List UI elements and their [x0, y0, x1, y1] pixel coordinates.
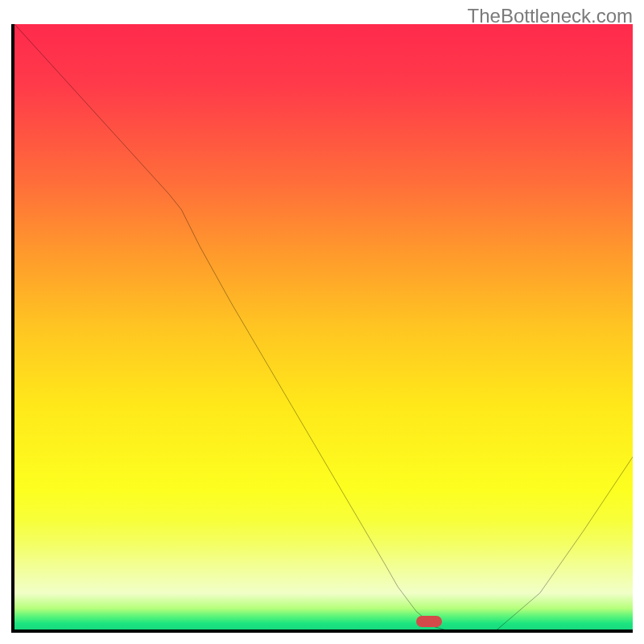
plot-area — [11, 24, 633, 633]
chart-frame: TheBottleneck.com — [0, 0, 644, 644]
bottleneck-curve — [14, 24, 633, 633]
optimum-marker — [416, 616, 442, 627]
